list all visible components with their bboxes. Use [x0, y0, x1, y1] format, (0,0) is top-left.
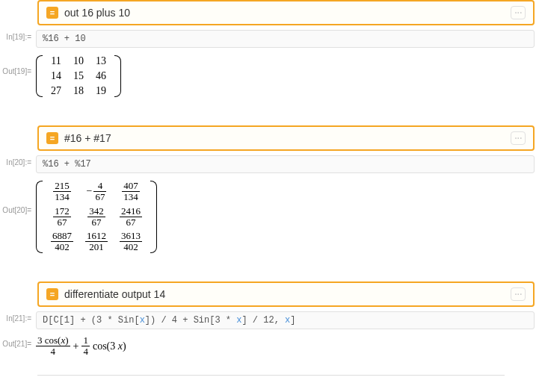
matrix-cell: 46	[90, 69, 112, 84]
input-row: In[20]:= %16 + %17	[0, 155, 542, 173]
term1-den: 4	[36, 346, 70, 357]
nl-query-text: #16 + #17	[64, 132, 511, 144]
matrix-cell: 17267	[45, 205, 79, 230]
cell-20: = #16 + #17 ··· In[20]:= %16 + %17 Out[2…	[0, 125, 542, 261]
matrix-cell: 6887402	[45, 229, 79, 255]
equals-icon: =	[46, 288, 58, 300]
nl-query-text: differentiate output 14	[64, 288, 511, 300]
in-label: In[21]:=	[0, 311, 36, 323]
matrix-cell: 15	[67, 69, 90, 84]
more-icon[interactable]: ···	[511, 6, 526, 19]
nl-input-bar[interactable]: = #16 + #17 ···	[37, 125, 535, 151]
out-label: Out[19]=	[0, 51, 36, 75]
matrix-cell: 13	[90, 54, 112, 69]
out-label: Out[20]=	[0, 176, 36, 214]
more-icon[interactable]: ···	[511, 287, 526, 301]
output-matrix: 111013141546271819	[36, 51, 121, 105]
matrix-cell: 407134	[114, 179, 148, 205]
output-matrix: 215134−467407134172673426724166768874021…	[36, 176, 157, 261]
matrix-cell: −467	[79, 179, 114, 205]
term2-den: 4	[81, 346, 90, 357]
matrix-cell: 1612201	[79, 229, 114, 255]
output-expression: 3 cos(x) 4 + 1 4 cos(3 x)	[36, 332, 126, 361]
output-row: Out[21]= 3 cos(x) 4 + 1 4 cos(3 x)	[0, 332, 542, 361]
matrix-cell: 34267	[79, 205, 114, 230]
in-label: In[20]:=	[0, 155, 36, 167]
nl-input-bar[interactable]: = differentiate output 14 ···	[37, 281, 535, 307]
more-icon[interactable]: ···	[511, 131, 526, 145]
code-input[interactable]: %16 + 10	[36, 30, 535, 48]
matrix-cell: 14	[45, 69, 67, 84]
input-row: In[21]:= D[C[1] + (3 * Sin[x]) / 4 + Sin…	[0, 311, 542, 329]
code-input[interactable]: D[C[1] + (3 * Sin[x]) / 4 + Sin[3 * x] /…	[36, 311, 535, 329]
matrix-cell: 27	[45, 84, 67, 99]
matrix-cell: 241667	[114, 205, 148, 230]
out-label: Out[21]=	[0, 332, 36, 348]
equals-icon: =	[46, 7, 58, 19]
matrix-cell: 19	[90, 84, 112, 99]
nl-query-text: out 16 plus 10	[64, 7, 511, 19]
matrix-cell: 10	[67, 54, 90, 69]
cell-21: = differentiate output 14 ··· In[21]:= D…	[0, 281, 542, 361]
output-row: Out[19]= 111013141546271819	[0, 51, 542, 105]
matrix-cell: 11	[45, 54, 67, 69]
matrix-cell: 215134	[45, 179, 79, 205]
term2-num: 1	[81, 335, 90, 346]
matrix-cell: 18	[67, 84, 90, 99]
input-row: In[19]:= %16 + 10	[0, 30, 542, 48]
term2-tail: cos(3 x)	[93, 340, 126, 352]
cell-divider	[37, 375, 505, 376]
matrix-cell: 3613402	[114, 229, 148, 255]
in-label: In[19]:=	[0, 30, 36, 41]
cell-19: = out 16 plus 10 ··· In[19]:= %16 + 10 O…	[0, 0, 542, 105]
nl-input-bar[interactable]: = out 16 plus 10 ···	[37, 0, 535, 25]
output-row: Out[20]= 215134−467407134172673426724166…	[0, 176, 542, 261]
plus-sign: +	[73, 340, 79, 352]
code-input[interactable]: %16 + %17	[36, 155, 535, 173]
equals-icon: =	[46, 132, 58, 144]
term1-num: 3 cos(x)	[37, 335, 69, 346]
